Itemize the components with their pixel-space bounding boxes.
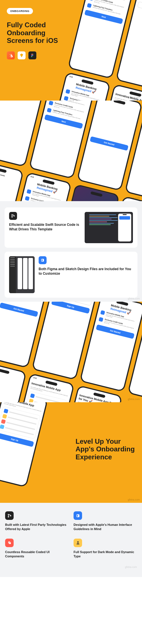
feature-item: Built with Latest First Party Technologi…: [5, 511, 68, 531]
swift-icon: [7, 51, 15, 59]
phones-mockup-group: Innovative Mobile AppOur mobile app offe…: [45, 0, 142, 101]
watermark: gfxtra.com: [128, 197, 140, 199]
feature-card-swift: Efficient and Scalable Swift Source Code…: [5, 207, 137, 248]
sketch-icon: [18, 51, 26, 59]
phones-grid-section-2: Innovative Mobile App Our mobile app off…: [0, 101, 142, 201]
phones-grid-section-4: Get Started Login Sign Up 9:41 Mobile Ba…: [0, 302, 142, 402]
login-button: Login: [137, 1, 142, 16]
design-tool-screenshot: [9, 256, 35, 293]
get-started-button: Get Started: [0, 101, 39, 101]
feature-item: Designed with Apple's Human Interface Gu…: [74, 511, 137, 531]
svg-point-12: [10, 515, 11, 516]
hero-section-5: Login 9:41 Innovative Mobile App Our mob…: [0, 402, 142, 503]
design-icon: [39, 256, 47, 264]
svg-point-11: [8, 516, 9, 517]
feature-title: Designed with Apple's Human Interface Gu…: [74, 523, 137, 531]
svg-point-3: [32, 55, 33, 56]
hero-title: Level Up Your App's Onboarding Experienc…: [76, 437, 135, 461]
onboarding-badge: ONBOARDING: [7, 8, 33, 14]
watermark: gfxtra.com: [5, 566, 137, 568]
svg-point-7: [14, 216, 14, 216]
svg-point-4: [31, 56, 32, 57]
svg-point-17: [77, 541, 79, 543]
svg-point-10: [8, 514, 9, 515]
feature-title: Efficient and Scalable Swift Source Code…: [9, 223, 81, 232]
watermark: gfxtra.com: [128, 96, 140, 99]
design-icon: [74, 511, 82, 520]
feature-title: Built with Latest First Party Technologi…: [5, 523, 68, 531]
watermark: gfxtra.com: [128, 297, 140, 300]
svg-point-5: [12, 214, 12, 215]
figma-icon: [28, 51, 36, 59]
svg-point-6: [12, 216, 12, 217]
svg-point-1: [32, 54, 33, 55]
feature-title: Countless Reusable Coded UI Components: [5, 550, 68, 558]
hero-title: Fully Coded Onboarding Screens for iOS: [7, 21, 64, 45]
hero-section-1: ONBOARDING Fully Coded Onboarding Screen…: [0, 0, 142, 101]
feature-cards-section: Efficient and Scalable Swift Source Code…: [0, 201, 142, 302]
feature-title: Both Figma and Sketch Design Files are I…: [39, 267, 133, 276]
svg-rect-14: [77, 515, 78, 516]
feature-title: Full Support for Dark Mode and Dynamic T…: [74, 550, 137, 558]
git-icon: [5, 511, 14, 520]
phone-mockup: MODERN: [0, 361, 27, 402]
xcode-screenshot: [85, 212, 133, 243]
stack-icon: [5, 539, 14, 547]
svg-point-2: [31, 55, 32, 56]
person-icon: [74, 539, 82, 547]
svg-rect-9: [42, 259, 43, 261]
phone-mockup: 9:41 Innovative Mobile App Our mobile ap…: [0, 402, 48, 487]
git-icon: [9, 212, 17, 220]
feature-grid-section: Built with Latest First Party Technologi…: [0, 503, 142, 577]
feature-card-design: Both Figma and Sketch Design Files are I…: [5, 252, 137, 298]
feature-item: Countless Reusable Coded UI Components: [5, 539, 68, 558]
watermark: gfxtra.com: [128, 398, 140, 401]
phone-mockup: Exclusive Credit Cards: [0, 160, 24, 201]
svg-point-0: [31, 54, 32, 55]
feature-item: Full Support for Dark Mode and Dynamic T…: [74, 539, 137, 558]
watermark: gfxtra.com: [128, 498, 140, 501]
svg-rect-16: [9, 542, 11, 544]
